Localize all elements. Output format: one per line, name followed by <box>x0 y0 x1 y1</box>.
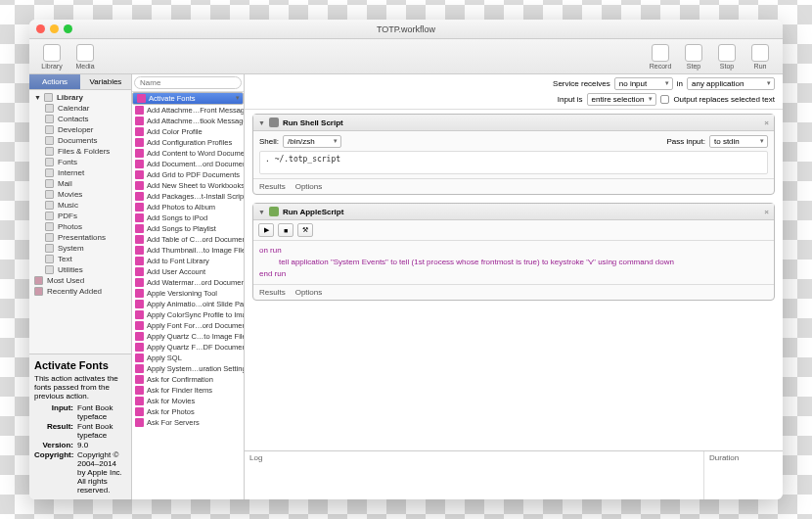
action-item[interactable]: Add Content to Word Documents <box>132 148 244 159</box>
play-button[interactable]: ▶ <box>258 223 274 237</box>
library-item[interactable]: Photos <box>31 221 129 232</box>
action-item[interactable]: Add Attachme…tlook Messages <box>132 116 244 126</box>
action-item[interactable]: Ask for Photos <box>132 406 244 417</box>
terminal-icon <box>269 118 279 127</box>
in-select[interactable]: any application <box>687 77 775 90</box>
action-item[interactable]: Apply Quartz C…to Image Files <box>132 331 244 342</box>
action-item[interactable]: Add to Font Library <box>132 256 244 266</box>
action-item[interactable]: Apply SQL <box>132 353 244 363</box>
passinput-select[interactable]: to stdin <box>709 135 768 148</box>
applescript-header[interactable]: ▼ Run AppleScript × <box>253 204 774 220</box>
record-button[interactable]: Record <box>644 44 677 70</box>
library-item[interactable]: Contacts <box>31 114 129 124</box>
close-icon[interactable]: × <box>764 118 769 127</box>
library-item[interactable]: Mail <box>31 178 129 189</box>
library-item[interactable]: Fonts <box>31 157 129 167</box>
action-item[interactable]: Add Color Profile <box>132 126 244 137</box>
run-button[interactable]: Run <box>744 44 777 70</box>
shell-header[interactable]: ▼ Run Shell Script × <box>253 115 774 131</box>
action-item[interactable]: Add Photos to Album <box>132 202 244 212</box>
tab-variables[interactable]: Variables <box>80 74 131 89</box>
action-item[interactable]: Add Watermar…ord Documents <box>132 277 244 288</box>
library-item[interactable]: System <box>31 243 129 254</box>
receives-select[interactable]: no input <box>614 77 673 90</box>
actions-column: Activate FontsAdd Attachme…Front Message… <box>132 74 245 499</box>
log-column: Log <box>245 451 704 499</box>
step-button[interactable]: Step <box>677 44 710 70</box>
library-button[interactable]: Library <box>35 44 68 70</box>
info-desc: This action activates the fonts passed f… <box>34 374 126 401</box>
library-icon <box>44 93 53 102</box>
action-item[interactable]: Ask for Confirmation <box>132 374 244 385</box>
close-icon[interactable]: × <box>764 208 769 216</box>
inputis-select[interactable]: entire selection <box>587 93 657 106</box>
action-item[interactable]: Add Grid to PDF Documents <box>132 169 244 180</box>
action-item[interactable]: Ask For Servers <box>132 417 244 428</box>
titlebar: TOTP.workflow <box>29 20 783 39</box>
duration-column: Duration <box>704 451 783 499</box>
shell-action: ▼ Run Shell Script × Shell: /bin/zsh Pas… <box>252 114 775 195</box>
action-item[interactable]: Add Thumbnail…to Image Files <box>132 245 244 256</box>
action-item[interactable]: Apply Font For…ord Documents <box>132 320 244 331</box>
media-button[interactable]: Media <box>68 44 102 70</box>
library-item[interactable]: Presentations <box>31 232 129 243</box>
workflow-canvas: Service receives no input in any applica… <box>245 74 783 499</box>
library-item[interactable]: Files & Folders <box>31 146 129 157</box>
library-item[interactable]: Movies <box>31 189 129 200</box>
action-item[interactable]: Apply System…uration Settings <box>132 363 244 374</box>
workflow-actions: ▼ Run Shell Script × Shell: /bin/zsh Pas… <box>245 110 783 450</box>
library-item[interactable]: Internet <box>31 167 129 178</box>
action-item[interactable]: Apply Quartz F…DF Documents <box>132 342 244 353</box>
sidebar-tabs: Actions Variables <box>29 74 131 90</box>
traffic-lights <box>36 24 72 33</box>
action-item[interactable]: Add Attachme…Front Message <box>132 105 244 116</box>
action-item[interactable]: Add Songs to iPod <box>132 212 244 223</box>
library-item[interactable]: Calendar <box>31 103 129 114</box>
library-item[interactable]: Most Used <box>31 275 129 286</box>
action-item[interactable]: Apple Versioning Tool <box>132 288 244 299</box>
library-item[interactable]: Music <box>31 200 129 211</box>
library-item[interactable]: PDFs <box>31 211 129 221</box>
library-item[interactable]: Utilities <box>31 264 129 275</box>
stop-script-button[interactable]: ■ <box>278 223 293 237</box>
library-item[interactable]: Recently Added <box>31 286 129 297</box>
action-item[interactable]: Add Table of C…ord Documents <box>132 234 244 245</box>
automator-window: TOTP.workflow LibraryMedia RecordStepSto… <box>29 20 783 499</box>
search-input[interactable] <box>134 76 242 89</box>
zoom-button[interactable] <box>64 24 72 33</box>
shell-select[interactable]: /bin/zsh <box>283 135 341 148</box>
applescript-code[interactable]: on runtell application "System Events" t… <box>253 241 774 284</box>
left-sidebar: Actions Variables ▼ Library CalendarCont… <box>29 74 132 499</box>
options-tab[interactable]: Options <box>295 288 323 297</box>
library-item[interactable]: Text <box>31 254 129 264</box>
main-area: Actions Variables ▼ Library CalendarCont… <box>29 74 783 499</box>
action-item[interactable]: Apply Animatio…oint Slide Parts <box>132 299 244 309</box>
replace-checkbox[interactable] <box>660 95 669 104</box>
minimize-button[interactable] <box>50 24 59 33</box>
library-list: ▼ Library CalendarContactsDeveloperDocum… <box>29 90 131 354</box>
action-item[interactable]: Ask for Movies <box>132 396 244 406</box>
action-item[interactable]: Apply ColorSync Profile to Images <box>132 309 244 320</box>
action-item[interactable]: Activate Fonts <box>132 92 244 105</box>
results-tab[interactable]: Results <box>259 288 286 297</box>
stop-button[interactable]: Stop <box>710 44 744 70</box>
toolbar: LibraryMedia RecordStepStopRun <box>29 39 783 74</box>
action-item[interactable]: Add Document…ord Documents <box>132 159 244 169</box>
library-item[interactable]: Developer <box>31 124 129 135</box>
action-item[interactable]: Ask for Finder Items <box>132 385 244 396</box>
action-item[interactable]: Add Configuration Profiles <box>132 137 244 148</box>
search-bar <box>132 74 244 92</box>
log-panel: Log Duration <box>245 450 783 499</box>
action-item[interactable]: Add New Sheet to Workbooks <box>132 180 244 191</box>
library-item[interactable]: Documents <box>31 135 129 146</box>
action-item[interactable]: Add Packages…t-Install Scripts <box>132 191 244 202</box>
action-item[interactable]: Add User Account <box>132 266 244 277</box>
tab-actions[interactable]: Actions <box>29 74 80 89</box>
hammer-button[interactable]: ⚒ <box>297 223 313 237</box>
options-tab[interactable]: Options <box>295 182 323 191</box>
library-header[interactable]: ▼ Library <box>31 92 129 103</box>
shell-code[interactable]: . ~/.totp_script <box>259 151 768 174</box>
results-tab[interactable]: Results <box>259 182 286 191</box>
close-button[interactable] <box>36 24 45 33</box>
action-item[interactable]: Add Songs to Playlist <box>132 223 244 234</box>
